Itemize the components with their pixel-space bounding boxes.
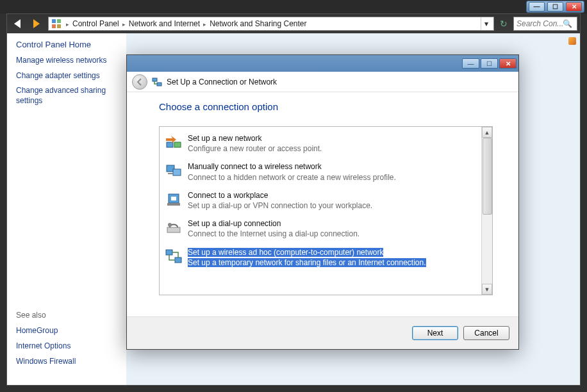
option-desc: Configure a new router or access point. [188,144,322,153]
option-desc: Set up a dial-up or VPN connection to yo… [188,201,372,210]
svg-rect-11 [173,169,181,176]
svg-point-17 [168,223,172,227]
dialog-close-button[interactable]: ✕ [499,58,517,69]
crumb-network-internet[interactable]: Network and Internet [128,19,201,28]
sidebar: Control Panel Home Manage wireless netwo… [7,33,126,385]
svg-rect-16 [167,227,180,233]
option-title: Connect to a workplace [188,191,268,200]
cancel-button[interactable]: Cancel [463,326,509,340]
svg-rect-8 [167,142,173,147]
window-controls: — ☐ ✕ [526,1,584,13]
shield-icon [568,37,576,45]
svg-rect-2 [52,19,56,23]
option-item[interactable]: Connect to a workplaceSet up a dial-up o… [160,186,492,215]
nav-back-button[interactable] [10,16,26,31]
dialog-title: Set Up a Connection or Network [167,78,277,86]
option-title: Manually connect to a wireless network [188,162,322,171]
see-also-label: See also [16,311,123,320]
option-listbox[interactable]: Set up a new networkConfigure a new rout… [159,126,493,295]
option-desc: Connect to a hidden network or create a … [188,173,396,182]
svg-rect-19 [175,257,181,263]
option-text: Set up a wireless ad hoc (computer-to-co… [188,247,426,268]
option-icon [165,161,183,179]
scroll-down-button[interactable]: ▼ [482,284,492,295]
option-title: Set up a new network [188,134,261,143]
search-input[interactable] [517,19,563,28]
option-item[interactable]: Set up a new networkConfigure a new rout… [160,129,492,158]
dialog-maximize-button[interactable]: ☐ [481,58,498,69]
option-desc: Set up a temporary network for sharing f… [188,258,426,267]
option-title: Set up a wireless ad hoc (computer-to-co… [188,248,383,257]
svg-rect-3 [57,19,61,23]
maximize-button[interactable]: ☐ [547,2,563,12]
dialog-back-button[interactable] [132,74,147,90]
nav-forward-button[interactable] [29,16,45,31]
outer-taskbar: — ☐ ✕ [0,0,587,13]
dialog-body: Choose a connection option Set up a new … [127,92,518,316]
refresh-button[interactable]: ↻ [497,17,511,31]
svg-rect-5 [57,24,61,28]
option-text: Set up a dial-up connectionConnect to th… [188,218,360,239]
search-icon: 🔍 [563,19,572,28]
svg-marker-1 [33,19,40,28]
svg-marker-0 [14,19,21,28]
crumb-sep [120,19,128,28]
option-text: Manually connect to a wireless networkCo… [188,161,396,182]
sidebar-link-homegroup[interactable]: HomeGroup [16,326,123,336]
see-also: See also HomeGroup Internet Options Wind… [16,311,123,366]
crumb-sep [64,19,71,28]
sidebar-link-adapter[interactable]: Change adapter settings [16,71,123,81]
sidebar-link-internet-options[interactable]: Internet Options [16,341,123,352]
crumb-sep [201,19,208,28]
explorer-header: Control Panel Network and Internet Netwo… [7,14,580,33]
dialog-minimize-button[interactable]: — [462,58,479,69]
svg-rect-9 [174,142,181,147]
address-bar[interactable]: Control Panel Network and Internet Netwo… [48,17,494,31]
search-box[interactable]: 🔍 [513,17,577,31]
option-item[interactable]: Manually connect to a wireless networkCo… [160,158,492,186]
address-dropdown[interactable]: ▾ [481,17,491,30]
sidebar-home[interactable]: Control Panel Home [16,40,123,49]
minimize-button[interactable]: — [529,2,545,12]
svg-rect-12 [168,173,173,174]
close-button[interactable]: ✕ [566,2,582,12]
option-item[interactable]: Set up a dial-up connectionConnect to th… [160,215,492,243]
svg-rect-14 [167,203,180,206]
option-desc: Connect to the Internet using a dial-up … [188,229,360,238]
option-item[interactable]: Set up a wireless ad hoc (computer-to-co… [160,243,492,272]
option-icon [165,133,183,151]
network-icon [151,76,163,88]
option-icon [165,190,183,208]
connection-dialog: — ☐ ✕ Set Up a Connection or Network Cho… [126,54,519,350]
option-title: Set up a dial-up connection [188,219,281,228]
option-text: Set up a new networkConfigure a new rout… [188,133,322,154]
scroll-up-button[interactable]: ▲ [482,127,492,138]
dialog-footer: Next Cancel [127,316,518,349]
dialog-header: Set Up a Connection or Network [127,72,518,92]
svg-rect-15 [171,197,176,200]
option-text: Connect to a workplaceSet up a dial-up o… [188,190,372,211]
next-button[interactable]: Next [412,326,458,340]
crumb-control-panel[interactable]: Control Panel [71,19,120,28]
svg-rect-4 [52,24,56,28]
option-icon [165,218,183,236]
dialog-heading: Choose a connection option [159,101,493,112]
sidebar-link-firewall[interactable]: Windows Firewall [16,357,123,367]
dialog-titlebar[interactable]: — ☐ ✕ [127,55,518,72]
svg-rect-7 [157,83,161,86]
scrollbar[interactable]: ▲ ▼ [481,127,492,295]
svg-rect-18 [166,250,172,255]
sidebar-link-advanced[interactable]: Change advanced sharing settings [16,86,123,106]
crumb-sharing-center[interactable]: Network and Sharing Center [208,19,308,28]
sidebar-link-wireless[interactable]: Manage wireless networks [16,56,123,66]
svg-rect-6 [153,78,157,81]
scroll-thumb[interactable] [483,138,492,215]
control-panel-icon [51,19,62,29]
option-icon [165,247,183,265]
